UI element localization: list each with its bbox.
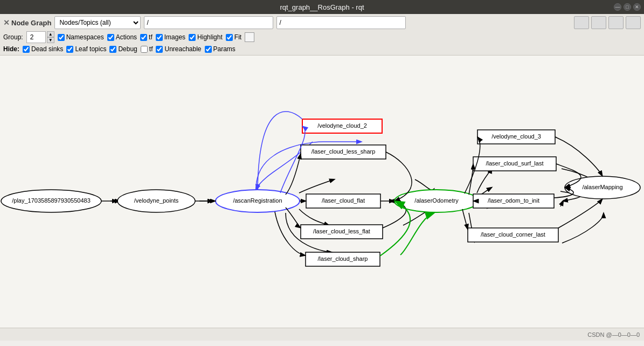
unreachable-checkbox-label[interactable]: Unreachable (156, 45, 201, 53)
spin-down[interactable]: ▼ (47, 37, 54, 43)
node-laser-odom-to-init-label: /laser_odom_to_init (488, 197, 539, 204)
namespaces-checkbox-label[interactable]: Namespaces (58, 33, 104, 41)
highlight-color-swatch[interactable] (245, 32, 254, 42)
edge-odom-mapping (560, 201, 563, 206)
node-alaser-mapping-label: /alaserMapping (582, 184, 622, 190)
leaf-topics-checkbox-label[interactable]: Leaf topics (66, 45, 106, 53)
group-label: Group: (3, 33, 23, 41)
unreachable-checkbox[interactable] (156, 46, 163, 53)
hide-label: Hide: (3, 45, 19, 53)
filter1-input[interactable] (144, 16, 273, 29)
toolbar-right-buttons (574, 16, 641, 29)
window-controls: — □ ✕ (614, 3, 641, 11)
node-laser-cloud-sharp-label: /laser_cloud_sharp (318, 255, 368, 262)
node-velodyne-cloud-2-label: /velodyne_cloud_2 (317, 122, 367, 129)
dead-sinks-checkbox[interactable] (23, 46, 30, 53)
node-graph-icon: ✕ (3, 18, 10, 27)
spin-up[interactable]: ▲ (47, 31, 54, 37)
action-button-1[interactable] (574, 16, 589, 29)
namespaces-checkbox[interactable] (58, 34, 65, 41)
leaf-topics-checkbox[interactable] (66, 46, 73, 53)
tf-checkbox[interactable] (140, 34, 147, 41)
highlight-checkbox-label[interactable]: Highlight (189, 33, 223, 41)
graph-area[interactable]: /play_1703585897930550483 /velodyne_poin… (0, 56, 644, 328)
actions-checkbox[interactable] (107, 34, 114, 41)
action-button-2[interactable] (591, 16, 606, 29)
node-graph-label: ✕ Node Graph (3, 18, 51, 27)
toolbar-row1: ✕ Node Graph Nodes/Topics (all) (3, 16, 641, 29)
node-alaser-odometry-label: /alaserOdometry (414, 197, 459, 204)
toolbar: ✕ Node Graph Nodes/Topics (all) Group: ▲… (0, 14, 644, 56)
fit-checkbox-label[interactable]: Fit (226, 33, 241, 41)
filter2-input[interactable] (276, 16, 406, 29)
node-laser-cloud-surf-last-label: /laser_cloud_surf_last (486, 160, 543, 167)
action-button-4[interactable] (626, 16, 641, 29)
highlight-checkbox[interactable] (189, 34, 196, 41)
debug-checkbox[interactable] (109, 46, 116, 53)
nodes-topics-dropdown[interactable]: Nodes/Topics (all) (54, 16, 141, 29)
actions-checkbox-label[interactable]: Actions (107, 33, 137, 41)
dead-sinks-checkbox-label[interactable]: Dead sinks (23, 45, 63, 53)
edge-sharp-odometry-green (400, 213, 434, 255)
node-ascan-label: /ascanRegistration (233, 197, 282, 204)
group-spinner[interactable]: ▲ ▼ (26, 31, 54, 43)
node-laser-cloud-flat-label: /laser_cloud_flat (322, 197, 365, 204)
group-spin-arrows: ▲ ▼ (47, 31, 54, 43)
images-checkbox[interactable] (156, 34, 163, 41)
node-play-label: /play_1703585897930550483 (12, 197, 91, 204)
toolbar-row3: Hide: Dead sinks Leaf topics Debug tf Un… (3, 45, 641, 53)
group-spin-input[interactable] (26, 31, 46, 43)
edge-corner-mapping (562, 213, 604, 243)
images-checkbox-label[interactable]: Images (156, 33, 185, 41)
edge-ascan-less-sharp (299, 179, 334, 193)
node-laser-cloud-less-sharp-label: /laser_cloud_less_sharp (311, 148, 376, 155)
tf2-checkbox[interactable] (141, 46, 148, 53)
minimize-button[interactable]: — (614, 3, 621, 11)
window-title: rqt_graph__RosGraph - rqt (280, 3, 364, 11)
debug-checkbox-label[interactable]: Debug (109, 45, 137, 53)
title-bar: rqt_graph__RosGraph - rqt — □ ✕ (0, 0, 644, 14)
node-velodyne-cloud-3-label: /velodyne_cloud_3 (491, 133, 541, 140)
maximize-button[interactable]: □ (624, 3, 631, 11)
params-checkbox[interactable] (205, 46, 212, 53)
tf2-checkbox-label[interactable]: tf (141, 45, 153, 53)
fit-checkbox[interactable] (226, 34, 233, 41)
graph-svg: /play_1703585897930550483 /velodyne_poin… (0, 56, 644, 328)
tf-checkbox-label[interactable]: tf (140, 33, 153, 41)
toolbar-row2: Group: ▲ ▼ Namespaces Actions tf Images (3, 31, 641, 43)
node-velodyne-points-label: /velodyne_points (134, 197, 179, 204)
close-button[interactable]: ✕ (633, 3, 641, 11)
node-laser-cloud-less-flat-label: /laser_cloud_less_flat (313, 228, 370, 234)
status-text: CSDN @—0—0—0 (587, 331, 640, 338)
params-checkbox-label[interactable]: Params (205, 45, 236, 53)
node-laser-cloud-corner-last-label: /laser_cloud_corner_last (481, 231, 545, 238)
action-button-3[interactable] (608, 16, 624, 29)
status-bar: CSDN @—0—0—0 (0, 328, 644, 341)
edge-less-sharp-odometry (415, 179, 434, 190)
edge-ascan-less-flat (299, 209, 329, 225)
